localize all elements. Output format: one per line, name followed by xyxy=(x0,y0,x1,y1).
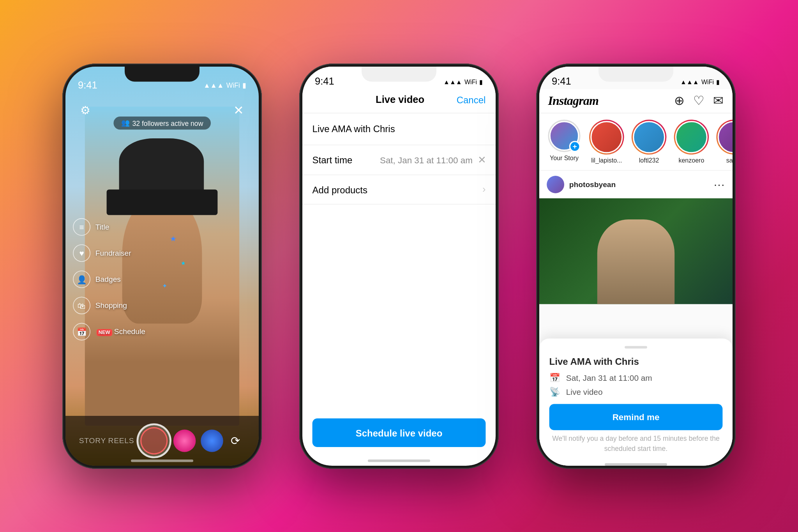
story-3-avatar xyxy=(675,121,708,153)
phone3: 9:41 ▲▲▲ WiFi ▮ Instagram ⊕ ♡ ✉ xyxy=(536,64,736,469)
menu-label-title: Title xyxy=(95,223,109,231)
badges-icon: 👤 xyxy=(73,270,90,288)
schedule-button[interactable]: Schedule live video xyxy=(312,418,486,447)
messenger-icon[interactable]: ✉ xyxy=(713,93,724,108)
phone1-notch xyxy=(125,67,200,81)
cancel-button[interactable]: Cancel xyxy=(457,94,486,105)
followers-text: 32 followers active now xyxy=(132,119,203,127)
story-2-ring xyxy=(632,120,667,155)
shopping-icon: 🛍 xyxy=(73,297,90,314)
sheet-type-text: Live video xyxy=(566,387,603,396)
chevron-right-icon: › xyxy=(482,184,486,195)
side-menu: ≡ Title ♥ Fundraiser 👤 Badges 🛍 Shopping… xyxy=(73,218,145,341)
close-icon[interactable]: ✕ xyxy=(229,100,249,120)
follower-avatars: 👥 xyxy=(121,119,130,127)
add-products-content: Add products xyxy=(312,184,367,194)
followers-bar: 👥 32 followers active now xyxy=(113,117,210,130)
battery-icon: ▮ xyxy=(716,78,720,85)
story-name-2: loftl232 xyxy=(639,157,659,164)
star2: ★ xyxy=(181,260,186,266)
your-story-avatar-container: + xyxy=(548,120,580,152)
heart-icon[interactable]: ♡ xyxy=(693,93,704,108)
fundraiser-icon: ♥ xyxy=(73,244,90,262)
clear-button[interactable]: ✕ xyxy=(478,154,486,166)
title-icon: ≡ xyxy=(73,218,90,236)
ig-header: Instagram ⊕ ♡ ✉ xyxy=(539,89,733,113)
add-products-label: Add products xyxy=(312,184,367,194)
story-name-1: lil_lapisto... xyxy=(591,157,622,164)
effects-buttons xyxy=(173,429,223,452)
post-person xyxy=(597,219,674,304)
menu-label-badges: Badges xyxy=(95,275,121,283)
story-4-ring xyxy=(716,120,733,155)
story-name-4: sap... xyxy=(726,157,733,164)
phone1: ★ ★ ✦ 9:41 ▲▲▲ WiFi ▮ ⚙ 👥 32 followers a… xyxy=(62,64,262,469)
menu-item-schedule[interactable]: 📅 NEW Schedule xyxy=(73,323,145,340)
mode-story[interactable]: STORY xyxy=(79,436,106,445)
status-icons: ▲▲▲ WiFi ▮ xyxy=(443,78,483,85)
sheet-date-text: Sat, Jan 31 at 11:00 am xyxy=(566,373,652,382)
story-name-your: Your Story xyxy=(550,154,579,161)
post-username: photosbyean xyxy=(569,180,616,189)
add-products-row[interactable]: Add products › xyxy=(302,175,496,204)
sheet-note: We'll notify you a day before and 15 min… xyxy=(549,434,723,453)
new-badge: NEW xyxy=(97,329,112,336)
title-field[interactable]: Live AMA with Chris xyxy=(302,113,496,145)
battery-icon: ▮ xyxy=(242,81,246,89)
phone1-screen: ★ ★ ✦ 9:41 ▲▲▲ WiFi ▮ ⚙ 👥 32 followers a… xyxy=(65,67,259,466)
menu-label-fundraiser: Fundraiser xyxy=(95,249,131,257)
start-time-row[interactable]: Start time Sat, Jan 31 at 11:00 am ✕ xyxy=(302,145,496,175)
calendar-icon: 📅 xyxy=(549,373,560,383)
story-1-avatar xyxy=(590,121,623,153)
hat-brim xyxy=(106,189,218,215)
story-2[interactable]: loftl232 xyxy=(632,120,667,164)
phone2-notch xyxy=(362,67,436,81)
start-time-text: Sat, Jan 31 at 11:00 am xyxy=(380,155,473,165)
story-1[interactable]: lil_lapisto... xyxy=(589,120,624,164)
star1: ★ xyxy=(170,234,177,243)
menu-label-shopping: Shopping xyxy=(95,301,127,309)
menu-item-badges[interactable]: 👤 Badges xyxy=(73,270,145,288)
phone3-notch xyxy=(598,67,673,81)
schedule-icon: 📅 xyxy=(73,323,90,340)
flip-camera-button[interactable]: ⟳ xyxy=(225,431,245,451)
effect-btn-1[interactable] xyxy=(173,429,196,452)
capture-inner xyxy=(140,427,167,454)
phones-container: ★ ★ ✦ 9:41 ▲▲▲ WiFi ▮ ⚙ 👥 32 followers a… xyxy=(62,64,736,469)
settings-icon[interactable]: ⚙ xyxy=(76,100,95,120)
sheet-type-row: 📡 Live video xyxy=(549,387,723,397)
story-4[interactable]: sap... xyxy=(716,120,733,164)
home-indicator xyxy=(605,463,667,465)
post-image xyxy=(539,198,733,304)
top-icons: ⚙ 👥 32 followers active now ✕ xyxy=(65,89,259,125)
phone2-screen: 9:41 ▲▲▲ WiFi ▮ Live video Cancel Live A… xyxy=(302,67,496,466)
menu-item-shopping[interactable]: 🛍 Shopping xyxy=(73,297,145,314)
menu-item-title[interactable]: ≡ Title xyxy=(73,218,145,236)
menu-item-fundraiser[interactable]: ♥ Fundraiser xyxy=(73,244,145,262)
story-3-ring xyxy=(674,120,709,155)
story-your-story[interactable]: + Your Story xyxy=(547,120,582,164)
stories-row: + Your Story lil_lapisto... loftl xyxy=(539,113,733,171)
story-3[interactable]: kenzoero xyxy=(674,120,709,164)
mode-reels[interactable]: REELS xyxy=(108,436,134,445)
remind-me-button[interactable]: Remind me xyxy=(549,404,723,430)
signal-bars: ▲▲▲ xyxy=(443,78,462,85)
form-title: Live video xyxy=(376,94,424,105)
battery-icon: ▮ xyxy=(479,78,483,85)
signal-icon: ▲▲▲ xyxy=(203,81,224,89)
post-more-icon[interactable]: ··· xyxy=(714,178,725,191)
story-1-ring xyxy=(589,120,624,155)
title-value: Live AMA with Chris xyxy=(312,123,395,134)
start-time-label: Start time xyxy=(312,154,353,165)
instagram-logo: Instagram xyxy=(548,93,598,108)
start-time-value: Sat, Jan 31 at 11:00 am ✕ xyxy=(380,154,486,166)
hat xyxy=(119,138,204,196)
time-display: 9:41 xyxy=(315,76,334,87)
effect-btn-2[interactable] xyxy=(201,429,223,452)
add-story-button[interactable]: + xyxy=(569,141,581,152)
capture-button[interactable] xyxy=(136,423,171,458)
status-icons: ▲▲▲ WiFi ▮ xyxy=(203,81,246,89)
add-post-icon[interactable]: ⊕ xyxy=(674,93,685,108)
story-4-avatar xyxy=(718,121,733,153)
time-display: 9:41 xyxy=(78,80,97,91)
